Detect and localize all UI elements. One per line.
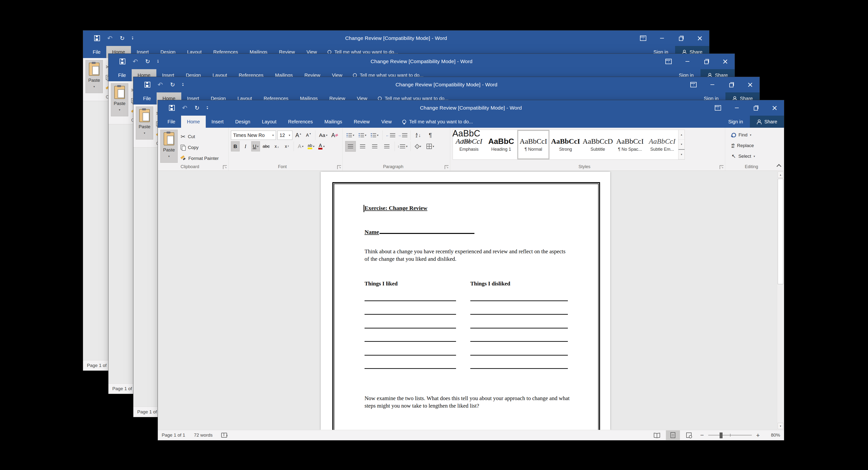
zoom-level[interactable]: 80% xyxy=(764,433,780,438)
align-right-button[interactable] xyxy=(369,141,380,152)
dialog-launcher-icon[interactable]: ↘ xyxy=(337,165,341,169)
title-bar[interactable]: ↶ ↻ ▾ Change Review [Compatibility Mode]… xyxy=(158,100,784,115)
paste-dropdown-icon[interactable]: ▾ xyxy=(93,85,95,88)
redo-icon[interactable]: ↻ xyxy=(195,105,199,110)
shading-button[interactable]: ▾ xyxy=(413,141,424,152)
style-card[interactable]: AaBbCcI ¶ Normal xyxy=(517,130,550,159)
restore-button[interactable] xyxy=(672,31,690,46)
close-button[interactable]: × xyxy=(741,77,760,92)
paste-button[interactable]: Paste ▾ xyxy=(160,130,178,163)
restore-button[interactable] xyxy=(746,100,765,115)
customize-qat-icon[interactable]: ▾ xyxy=(182,83,184,86)
format-painter-button[interactable]: Format Painter xyxy=(181,154,219,163)
cut-button[interactable]: ✂Cut xyxy=(181,132,219,141)
multilevel-list-button[interactable]: ▾ xyxy=(369,130,380,140)
font-size-combo[interactable]: 12 ▾ xyxy=(277,131,292,140)
ribbon-tab[interactable]: Mailings xyxy=(318,115,348,128)
justify-button[interactable] xyxy=(381,141,392,152)
ribbon-tab[interactable]: Insert xyxy=(206,115,229,128)
redo-icon[interactable]: ↻ xyxy=(170,82,175,87)
close-button[interactable]: × xyxy=(690,31,709,46)
restore-button[interactable] xyxy=(722,77,741,92)
customize-qat-icon[interactable]: ▾ xyxy=(157,60,159,63)
decrease-indent-button[interactable]: ← xyxy=(385,130,396,140)
close-button[interactable]: × xyxy=(765,100,784,115)
zoom-in-button[interactable]: + xyxy=(754,432,762,439)
zoom-slider-thumb[interactable] xyxy=(720,433,722,438)
restore-button[interactable] xyxy=(697,54,716,69)
style-card[interactable]: AaBbCcI Subtle Em... xyxy=(646,130,678,159)
ribbon-tab[interactable]: Layout xyxy=(256,115,282,128)
page-indicator[interactable]: Page 1 of 1 xyxy=(137,409,161,414)
dialog-launcher-icon[interactable]: ↘ xyxy=(223,165,227,169)
ribbon-tab[interactable]: References xyxy=(282,115,318,128)
zoom-slider[interactable] xyxy=(708,435,752,435)
sort-button[interactable]: AZ↓ xyxy=(413,130,424,140)
paste-dropdown-icon[interactable]: ▾ xyxy=(119,108,120,111)
gallery-up-icon[interactable]: ▴ xyxy=(679,130,684,140)
style-card[interactable]: AaBbC Heading 1 xyxy=(485,130,517,159)
paste-dropdown-icon[interactable]: ▾ xyxy=(144,131,145,135)
ribbon-display-options-button[interactable]: ↑ xyxy=(684,77,703,92)
align-center-button[interactable] xyxy=(357,141,368,152)
align-left-button[interactable] xyxy=(345,141,356,152)
undo-icon[interactable]: ↶ xyxy=(107,36,113,41)
scrollbar-thumb[interactable] xyxy=(778,179,783,284)
save-icon[interactable] xyxy=(169,105,175,111)
find-button[interactable]: Find▾ xyxy=(727,130,782,140)
minimize-button[interactable] xyxy=(653,31,672,46)
replace-button[interactable]: abac Replace xyxy=(727,140,782,151)
customize-qat-icon[interactable]: ▾ xyxy=(207,106,208,109)
page-indicator[interactable]: Page 1 of 1 xyxy=(87,363,111,368)
ribbon-tab[interactable]: File xyxy=(137,92,157,104)
page-indicator[interactable]: Page 1 of 1 xyxy=(162,433,185,438)
borders-button[interactable]: ▾ xyxy=(425,141,436,152)
style-card[interactable]: AaBbC Title xyxy=(450,130,483,144)
redo-icon[interactable]: ↻ xyxy=(120,36,125,41)
bullets-button[interactable]: ▾ xyxy=(345,130,356,140)
font-color-button[interactable]: A▾ xyxy=(317,141,326,152)
scroll-down-icon[interactable]: ▾ xyxy=(778,423,783,429)
clear-formatting-button[interactable]: A xyxy=(330,130,339,140)
underline-button[interactable]: U▾ xyxy=(251,141,260,152)
ribbon-tab[interactable]: File xyxy=(112,69,132,81)
title-bar[interactable]: ↶ ↻ ▾ Change Review [Compatibility Mode]… xyxy=(83,31,709,46)
subscript-button[interactable]: x₂ xyxy=(272,141,281,152)
style-card[interactable]: AaBbCcI ¶ No Spac... xyxy=(614,130,646,159)
tell-me-box[interactable]: Tell me what you want to do... xyxy=(402,115,473,128)
highlight-color-button[interactable]: ab▾ xyxy=(306,141,316,152)
scroll-up-icon[interactable]: ▴ xyxy=(778,171,783,178)
style-card[interactable]: AaBbCcI Strong xyxy=(550,130,582,159)
bold-button[interactable]: B xyxy=(231,141,240,152)
ribbon-display-options-button[interactable]: ↑ xyxy=(659,54,678,69)
share-button[interactable]: Share xyxy=(750,115,784,128)
gallery-down-icon[interactable]: ▾ xyxy=(679,140,684,149)
text-effects-button[interactable]: A▾ xyxy=(296,141,305,152)
dialog-launcher-icon[interactable]: ↘ xyxy=(445,165,448,169)
ribbon-tab[interactable]: Design xyxy=(229,115,256,128)
paste-button[interactable]: Paste ▾ xyxy=(136,106,153,140)
strikethrough-button[interactable]: abc xyxy=(261,141,271,152)
line-spacing-button[interactable]: ↕▾ xyxy=(397,141,408,152)
paste-dropdown-icon[interactable]: ▾ xyxy=(168,155,170,158)
undo-icon[interactable]: ↶ xyxy=(158,82,163,87)
word-count[interactable]: 72 words xyxy=(194,433,213,438)
gallery-more-icon[interactable]: ▾ xyxy=(679,149,684,159)
proofing-status-icon[interactable] xyxy=(221,433,227,438)
ribbon-tab[interactable]: Review xyxy=(348,115,376,128)
ribbon-tab[interactable]: View xyxy=(375,115,398,128)
dialog-launcher-icon[interactable]: ↘ xyxy=(720,165,723,169)
sign-in-button[interactable]: Sign in xyxy=(721,115,750,128)
paste-button[interactable]: Paste ▾ xyxy=(86,60,103,93)
increase-indent-button[interactable]: → xyxy=(397,130,408,140)
save-icon[interactable] xyxy=(120,59,125,64)
save-icon[interactable] xyxy=(94,35,100,41)
redo-icon[interactable]: ↻ xyxy=(145,59,150,64)
font-family-combo[interactable]: Times New Ro ▾ xyxy=(231,131,276,140)
ribbon-display-options-button[interactable]: ↑ xyxy=(634,31,653,46)
ribbon-display-options-button[interactable]: ↑ xyxy=(709,100,727,115)
superscript-button[interactable]: x² xyxy=(282,141,291,152)
grow-font-button[interactable]: A▴ xyxy=(294,130,303,140)
minimize-button[interactable] xyxy=(703,77,722,92)
minimize-button[interactable] xyxy=(678,54,697,69)
